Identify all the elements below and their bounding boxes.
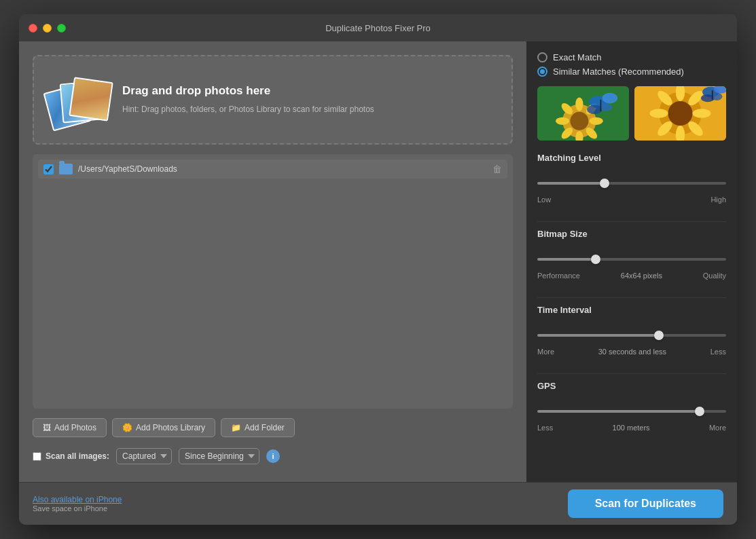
file-path: /Users/YaphetS/Downloads [78, 164, 487, 174]
add-photos-label: Add Photos [54, 423, 96, 432]
drop-zone-heading: Drag and drop photos here [122, 84, 374, 98]
close-button[interactable] [29, 24, 37, 33]
maximize-button[interactable] [57, 24, 66, 33]
matching-level-section: Matching Level Low High [537, 153, 726, 204]
scan-all-checkbox[interactable] [33, 452, 41, 461]
sample-images [537, 86, 726, 141]
add-folder-label: Add Folder [245, 423, 285, 432]
divider-1 [537, 221, 726, 222]
bitmap-size-title: Bitmap Size [537, 229, 726, 239]
main-window: Duplicate Photos Fixer Pro Drag and drop… [19, 14, 737, 525]
sample-image-2 [634, 86, 726, 141]
filter-select[interactable]: Captured Modified Added [116, 448, 172, 464]
scan-all-label: Scan all images: [33, 451, 109, 461]
svg-point-13 [587, 105, 602, 115]
exact-match-radio[interactable] [537, 52, 547, 62]
minimize-button[interactable] [43, 24, 52, 33]
drop-zone-text: Drag and drop photos here Hint: Drag pho… [122, 84, 374, 115]
bitmap-size-right: Quality [703, 272, 726, 280]
file-list-item: /Users/YaphetS/Downloads 🗑 [38, 160, 507, 179]
right-panel: Exact Match Similar Matches (Recommended… [526, 41, 737, 482]
matching-level-low: Low [537, 196, 551, 204]
svg-point-6 [590, 117, 603, 125]
bitmap-size-slider[interactable] [537, 258, 726, 261]
bitmap-size-center: 64x64 pixels [621, 272, 662, 280]
time-interval-right: Less [710, 348, 726, 356]
add-photos-button[interactable]: 🖼 Add Photos [33, 418, 107, 437]
gps-title: GPS [537, 381, 726, 391]
main-content: Drag and drop photos here Hint: Drag pho… [19, 41, 737, 482]
matching-level-high: High [710, 196, 726, 204]
time-interval-center: 30 seconds and less [598, 348, 666, 356]
exact-match-option[interactable]: Exact Match [537, 52, 726, 62]
footer: Also available on iPhone Save space on i… [19, 482, 737, 525]
since-select-wrapper: Since Beginning Last Month Last Week Las… [179, 448, 259, 464]
add-photos-icon: 🖼 [43, 423, 51, 432]
time-interval-left: More [537, 348, 554, 356]
bitmap-size-labels: Performance 64x64 pixels Quality [537, 272, 726, 280]
since-select[interactable]: Since Beginning Last Month Last Week Las… [179, 448, 259, 464]
time-interval-labels: More 30 seconds and less Less [537, 348, 726, 356]
bitmap-size-left: Performance [537, 272, 580, 280]
drop-zone[interactable]: Drag and drop photos here Hint: Drag pho… [33, 55, 513, 145]
scan-label-text: Scan all images: [46, 451, 109, 461]
iphone-sub: Save space on iPhone [33, 504, 122, 513]
left-panel: Drag and drop photos here Hint: Drag pho… [19, 41, 526, 482]
svg-point-14 [600, 103, 612, 111]
info-button[interactable]: i [266, 449, 280, 463]
svg-point-30 [712, 93, 723, 100]
folder-icon-btn: 📁 [231, 423, 241, 432]
add-folder-button[interactable]: 📁 Add Folder [221, 418, 295, 437]
similar-match-option[interactable]: Similar Matches (Recommended) [537, 67, 726, 77]
footer-left: Also available on iPhone Save space on i… [33, 495, 122, 513]
traffic-lights [29, 24, 66, 33]
scan-duplicates-button[interactable]: Scan for Duplicates [568, 489, 723, 518]
gps-left: Less [537, 424, 553, 432]
svg-point-12 [602, 93, 618, 104]
gps-labels: Less 100 meters More [537, 424, 726, 432]
matching-level-labels: Low High [537, 196, 726, 204]
photos-icon [48, 73, 109, 127]
folder-icon [59, 164, 73, 174]
svg-point-21 [650, 109, 668, 118]
gps-right: More [709, 424, 726, 432]
matching-level-title: Matching Level [537, 153, 726, 163]
svg-point-3 [575, 97, 583, 111]
photo-card-warm [69, 77, 113, 122]
add-photos-library-button[interactable]: 🌼 Add Photos Library [112, 418, 215, 437]
divider-2 [537, 297, 726, 298]
svg-point-18 [668, 101, 693, 126]
bottom-toolbar: 🖼 Add Photos 🌼 Add Photos Library 📁 Add … [33, 418, 513, 468]
gps-slider[interactable] [537, 410, 726, 413]
file-list: /Users/YaphetS/Downloads 🗑 [33, 154, 513, 409]
gps-section: GPS Less 100 meters More [537, 381, 726, 432]
gps-center: 100 meters [613, 424, 650, 432]
similar-match-label: Similar Matches (Recommended) [553, 67, 684, 77]
time-interval-slider[interactable] [537, 334, 726, 337]
iphone-link[interactable]: Also available on iPhone [33, 495, 122, 504]
bitmap-size-section: Bitmap Size Performance 64x64 pixels Qua… [537, 229, 726, 280]
window-title: Duplicate Photos Fixer Pro [325, 23, 431, 33]
sample-image-1 [537, 86, 629, 141]
svg-point-22 [693, 109, 711, 118]
divider-3 [537, 373, 726, 374]
match-options: Exact Match Similar Matches (Recommended… [537, 52, 726, 77]
photos-library-icon: 🌼 [122, 423, 132, 432]
delete-icon[interactable]: 🗑 [492, 164, 502, 174]
drop-zone-hint: Hint: Drag photos, folders, or Photos Li… [122, 103, 374, 115]
add-photos-library-label: Add Photos Library [136, 423, 205, 432]
matching-level-slider[interactable] [537, 182, 726, 185]
action-buttons: 🖼 Add Photos 🌼 Add Photos Library 📁 Add … [33, 418, 513, 437]
scan-options: Scan all images: Captured Modified Added… [33, 444, 513, 468]
time-interval-title: Time Interval [537, 305, 726, 315]
file-checkbox[interactable] [43, 164, 54, 174]
titlebar: Duplicate Photos Fixer Pro [19, 14, 737, 41]
exact-match-label: Exact Match [553, 52, 602, 62]
svg-point-2 [570, 112, 588, 130]
filter-select-wrapper: Captured Modified Added [116, 448, 172, 464]
similar-match-radio[interactable] [537, 67, 547, 77]
svg-point-5 [556, 117, 569, 125]
time-interval-section: Time Interval More 30 seconds and less L… [537, 305, 726, 356]
